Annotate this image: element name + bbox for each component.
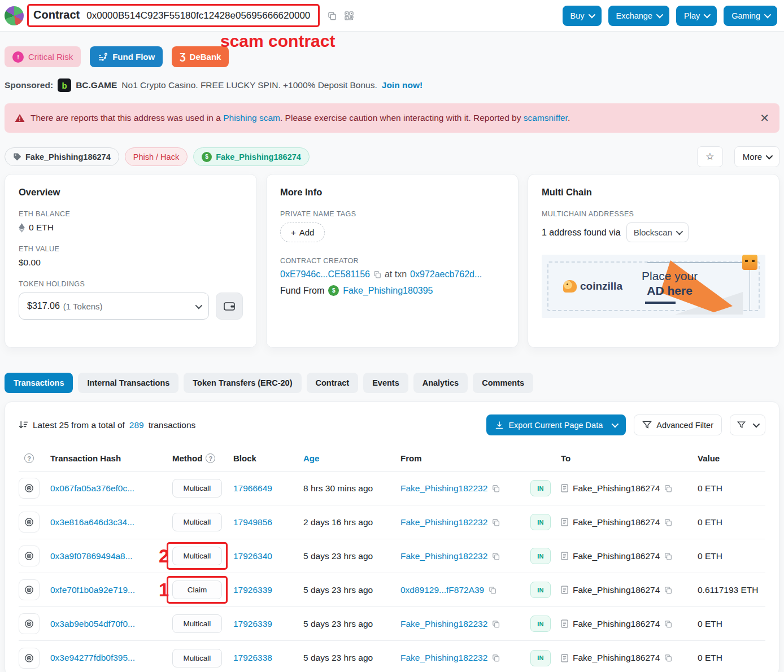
scamsniffer-link[interactable]: scamsniffer (524, 113, 568, 123)
block-link[interactable]: 17966649 (233, 483, 303, 494)
tab-contract[interactable]: Contract (307, 373, 359, 393)
to-address[interactable]: Fake_Phishing186274 (573, 653, 660, 663)
play-menu-button[interactable]: Play (676, 6, 717, 26)
buy-menu-button[interactable]: Buy (563, 6, 602, 26)
method-badge[interactable]: Multicall (172, 614, 222, 633)
copy-icon[interactable] (664, 485, 672, 492)
total-transactions-link[interactable]: 289 (129, 420, 144, 430)
debank-label: DeBank (190, 52, 221, 62)
coinzilla-ad-banner[interactable]: coinzilla Place your AD here (542, 255, 765, 318)
exchange-menu-button[interactable]: Exchange (608, 6, 670, 26)
copy-icon[interactable] (664, 552, 672, 560)
from-address-link[interactable]: Fake_Phishing182232 (400, 483, 487, 494)
phish-hack-tag[interactable]: Phish / Hack (125, 147, 188, 166)
txn-preview-button[interactable] (19, 648, 40, 669)
tag-icon (13, 152, 21, 161)
block-link[interactable]: 17926339 (233, 585, 303, 595)
favorite-star-button[interactable]: ☆ (697, 146, 723, 167)
from-address-link[interactable]: Fake_Phishing182232 (400, 551, 487, 561)
copy-icon[interactable] (492, 485, 500, 492)
qr-code-button[interactable] (345, 11, 354, 20)
join-now-link[interactable]: Join now! (382, 80, 423, 90)
wallet-button[interactable] (216, 293, 243, 320)
method-badge[interactable]: Claim (172, 581, 222, 599)
tab-token-transfers[interactable]: Token Transfers (ERC-20) (184, 373, 301, 393)
copy-icon[interactable] (492, 518, 500, 526)
txn-hash-link[interactable]: 0x3e94277fdb0f395... (50, 653, 172, 663)
chevron-down-icon (764, 11, 772, 19)
to-address[interactable]: Fake_Phishing186274 (573, 585, 660, 595)
to-address[interactable]: Fake_Phishing186274 (573, 551, 660, 561)
method-badge[interactable]: Multicall (172, 513, 222, 531)
block-link[interactable]: 17926340 (233, 551, 303, 561)
txn-preview-button[interactable] (19, 613, 40, 634)
to-address[interactable]: Fake_Phishing186274 (573, 483, 660, 494)
txn-hash-link[interactable]: 0xfe70f1b0a92e719... (50, 585, 172, 595)
phishing-scam-link[interactable]: Phishing scam (223, 113, 280, 123)
txn-preview-button[interactable] (19, 512, 40, 533)
method-badge[interactable]: Multicall (172, 649, 222, 667)
copy-icon[interactable] (492, 552, 500, 560)
from-address-link[interactable]: Fake_Phishing182232 (400, 517, 487, 527)
block-link[interactable]: 17949856 (233, 517, 303, 527)
close-warning-button[interactable]: ✕ (760, 112, 769, 124)
gaming-menu-button[interactable]: Gaming (724, 6, 777, 26)
add-private-tag-button[interactable]: + Add (280, 222, 325, 242)
block-link[interactable]: 17926338 (233, 653, 303, 663)
copy-icon[interactable] (664, 620, 672, 628)
method-badge[interactable]: Multicall (172, 479, 222, 498)
from-address-link[interactable]: Fake_Phishing182232 (400, 653, 487, 663)
txn-hash-link[interactable]: 0x3e816a646d3c34... (50, 517, 172, 527)
value-cell: 0 ETH (698, 653, 765, 663)
copy-icon[interactable] (664, 586, 672, 594)
txn-hash-link[interactable]: 0x067fa05a376ef0c... (50, 483, 172, 494)
token-holdings-dropdown[interactable]: $317.06 (1 Tokens) (19, 293, 209, 320)
to-address[interactable]: Fake_Phishing186274 (573, 619, 660, 629)
public-name-tag[interactable]: Fake_Phishing186274 (5, 147, 119, 166)
txn-preview-button[interactable] (19, 579, 40, 600)
export-label: Export Current Page Data (508, 421, 603, 430)
from-address-link[interactable]: 0xd89129...fF872A39 (400, 585, 484, 595)
tab-events[interactable]: Events (363, 373, 408, 393)
multichain-card: Multi Chain MULTICHAIN ADDRESSES 1 addre… (528, 174, 779, 348)
coinzilla-mascot-icon (563, 280, 577, 293)
from-address-link[interactable]: Fake_Phishing182232 (400, 619, 487, 629)
col-age-sort[interactable]: Age (303, 453, 400, 463)
tab-comments[interactable]: Comments (473, 373, 533, 393)
col-to: To (561, 453, 698, 463)
txn-hash-link[interactable]: 0x3ab9eb054df70f0... (50, 619, 172, 629)
txn-preview-button[interactable] (19, 478, 40, 499)
copy-icon[interactable] (664, 518, 672, 526)
tab-transactions[interactable]: Transactions (5, 373, 73, 393)
blockscan-dropdown[interactable]: Blockscan (626, 222, 689, 242)
help-icon[interactable]: ? (24, 453, 34, 463)
gaming-label: Gaming (731, 11, 760, 20)
copy-icon[interactable] (373, 270, 381, 278)
token-tag[interactable]: $ Fake_Phishing186274 (193, 147, 310, 166)
copy-icon[interactable] (489, 586, 496, 594)
copy-icon[interactable] (492, 620, 500, 628)
help-icon[interactable]: ? (206, 453, 215, 463)
export-page-data-button[interactable]: Export Current Page Data (486, 414, 626, 435)
copy-icon[interactable] (664, 654, 672, 662)
tags-row: Fake_Phishing186274 Phish / Hack $ Fake_… (5, 146, 779, 167)
block-link[interactable]: 17926339 (233, 619, 303, 629)
creator-address-link[interactable]: 0xE7946c...CE581156 (280, 269, 370, 280)
tab-analytics[interactable]: Analytics (413, 373, 468, 393)
method-badge[interactable]: Multicall (172, 547, 222, 565)
fund-from-link[interactable]: Fake_Phishing180395 (343, 286, 433, 296)
creation-txn-link[interactable]: 0x972aecb762d... (410, 269, 482, 280)
advanced-filter-button[interactable]: Advanced Filter (634, 414, 722, 435)
more-options-button[interactable]: More (734, 146, 779, 167)
filter-dropdown-button[interactable] (730, 414, 765, 435)
age-cell: 8 hrs 30 mins ago (303, 483, 400, 494)
txn-hash-link[interactable]: 0x3a9f07869494a8... (50, 551, 172, 561)
copy-address-button[interactable] (328, 11, 337, 20)
tab-internal-transactions[interactable]: Internal Transactions (78, 373, 178, 393)
chevron-down-icon (195, 302, 203, 309)
txn-preview-button[interactable] (19, 546, 40, 566)
fund-flow-button[interactable]: Fund Flow (90, 46, 163, 67)
copy-icon[interactable] (492, 654, 500, 662)
annotation-number-2: 2 (159, 546, 169, 567)
to-address[interactable]: Fake_Phishing186274 (573, 517, 660, 527)
